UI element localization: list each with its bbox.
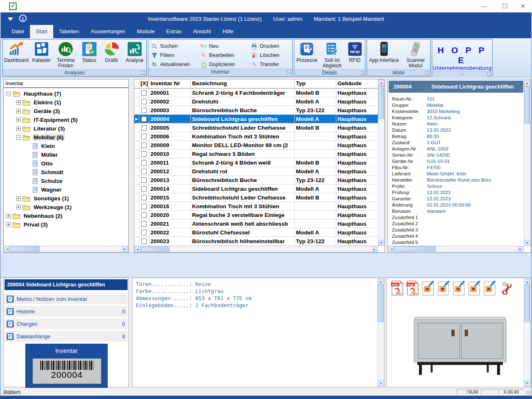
transfer-button[interactable]: ✎Transfer bbox=[251, 60, 292, 69]
scanner-modul-button[interactable]: Scanner Modul bbox=[403, 40, 429, 69]
table-row[interactable]: 200013Büroschreibtisch BucheTyp 23-122Ha… bbox=[134, 176, 378, 185]
analyse-button[interactable]: Analyse bbox=[123, 40, 146, 63]
scrollbar-thumb[interactable] bbox=[10, 246, 39, 251]
row-checkbox[interactable] bbox=[141, 230, 147, 235]
table-row[interactable]: 200016Kombination Tisch mit 3 StühlenHau… bbox=[134, 202, 378, 211]
resize-grip[interactable] bbox=[526, 390, 530, 394]
neu-button[interactable]: ✎+Neu bbox=[200, 42, 251, 50]
tree-horizontal-scrollbar[interactable]: ◄ ► bbox=[4, 246, 128, 252]
detail-horizontal-scrollbar[interactable]: ◄ ► bbox=[388, 246, 524, 252]
scroll-up-button[interactable]: ▲ bbox=[524, 279, 530, 285]
column-header-bez[interactable]: Bezeichnung bbox=[191, 79, 295, 88]
table-row[interactable]: 200020Regal buche 3 verstellbare Einlege… bbox=[134, 211, 378, 219]
scrollbar-thumb[interactable] bbox=[378, 285, 384, 322]
table-horizontal-scrollbar[interactable]: ◄ ► bbox=[134, 246, 378, 252]
group-expand-icon[interactable]: ↘ bbox=[425, 71, 429, 75]
section-row-memo-notizen-zum-inventar[interactable]: Memo / Notizen zum Inventar bbox=[5, 293, 128, 304]
tree-item-m-ller[interactable]: Müller bbox=[4, 150, 128, 159]
expand-icon[interactable]: + bbox=[6, 214, 11, 218]
scroll-down-button[interactable]: ▼ bbox=[378, 380, 384, 386]
column-header-typ[interactable]: Typ bbox=[295, 79, 336, 88]
row-checkbox[interactable] bbox=[141, 116, 147, 122]
scrollbar-thumb[interactable] bbox=[524, 285, 530, 322]
table-row[interactable]: 200022Bürostuhl ChefsesselModell AHaupth… bbox=[134, 228, 378, 237]
drucken-button[interactable]: Drucken bbox=[251, 42, 292, 50]
table-row[interactable]: 200015Schreibtischstuhl Leder ChefsesseM… bbox=[134, 193, 378, 202]
tree-item-literatur[interactable]: +Literatur (3) bbox=[4, 124, 128, 133]
menu-item-extras[interactable]: Extras bbox=[160, 25, 187, 38]
menu-item-hilfe[interactable]: Hilfe bbox=[217, 25, 239, 38]
menu-item-tabellen[interactable]: Tabellen bbox=[53, 25, 85, 38]
column-header-geb[interactable]: Gebäude bbox=[336, 79, 379, 88]
group-expand-icon[interactable]: ↘ bbox=[360, 71, 364, 75]
expand-icon[interactable]: + bbox=[16, 100, 21, 105]
row-checkbox[interactable] bbox=[141, 212, 147, 218]
table-row[interactable]: ▶200004Sideboard Lichtgrau geschliffenMo… bbox=[134, 115, 378, 123]
row-checkbox[interactable] bbox=[141, 99, 147, 104]
tree-item-elektro[interactable]: +Elektro (1) bbox=[4, 98, 128, 107]
section-row-dateianh-nge[interactable]: Dateianhänge8 bbox=[5, 331, 128, 342]
scrollbar-thumb[interactable] bbox=[378, 86, 384, 119]
table-row[interactable]: 200003Büroschreibtisch BucheTyp 23-122Ha… bbox=[134, 106, 378, 115]
table-row[interactable]: 200014Sideboard Lichtgrau geschliffenMod… bbox=[134, 185, 378, 193]
expand-icon[interactable]: + bbox=[16, 109, 21, 113]
image-file-edit-icon[interactable] bbox=[468, 281, 480, 296]
tree-item-it-equipment[interactable]: +IT-Equipment (5) bbox=[4, 116, 128, 124]
row-checkbox[interactable] bbox=[141, 169, 147, 174]
bearbeiten-button[interactable]: ✎Bearbeiten bbox=[200, 51, 251, 59]
scroll-left-button[interactable]: ◄ bbox=[135, 246, 140, 252]
scroll-right-button[interactable]: ► bbox=[372, 246, 377, 252]
table-row[interactable]: 200012Drehstuhl rotModell AHaupthaus bbox=[134, 167, 378, 176]
memo-text[interactable]: Türen............: Keine Farbe..........… bbox=[136, 281, 376, 309]
aktualisieren-button[interactable]: ↻Aktualisieren bbox=[151, 60, 200, 69]
table-row[interactable]: 200009Monitor DELL LED-Monitor 69 cm (2H… bbox=[134, 141, 378, 150]
dashboard-button[interactable]: Dashboard bbox=[3, 40, 29, 63]
group-expand-icon[interactable]: ↘ bbox=[141, 71, 145, 75]
tree-item-otto[interactable]: Otto bbox=[4, 159, 128, 168]
minimize-button[interactable]: — bbox=[478, 2, 490, 11]
scrollbar-thumb[interactable] bbox=[524, 86, 530, 123]
group-expand-icon[interactable]: ↘ bbox=[287, 70, 291, 74]
table-row[interactable]: 200010Regal schwarz 5 BödenHaupthaus bbox=[134, 150, 378, 158]
scroll-up-button[interactable]: ▲ bbox=[524, 80, 530, 86]
row-checkbox[interactable] bbox=[141, 108, 147, 113]
menu-item-ansicht[interactable]: Ansicht bbox=[187, 25, 217, 38]
tree-item-schmidt[interactable]: Schmidt bbox=[4, 168, 128, 177]
suchen-button[interactable]: Suchen bbox=[151, 42, 200, 50]
loeschen-button[interactable]: ✗Löschen bbox=[251, 51, 292, 59]
menu-item-datei[interactable]: Datei bbox=[6, 25, 30, 38]
memo-vertical-scrollbar[interactable]: ▲ ▼ bbox=[377, 278, 384, 387]
scroll-down-button[interactable]: ▼ bbox=[378, 240, 384, 246]
tree-item-sonstiges[interactable]: +Sonstiges (1) bbox=[4, 194, 128, 203]
section-row-chargen[interactable]: Chargen0 bbox=[5, 318, 128, 329]
row-checkbox[interactable] bbox=[141, 143, 147, 148]
row-checkbox[interactable] bbox=[141, 186, 147, 192]
scrollbar-thumb[interactable] bbox=[394, 246, 436, 251]
menu-item-start[interactable]: Start bbox=[30, 25, 53, 38]
tree-item-klein[interactable]: Klein bbox=[4, 142, 128, 150]
scrollbar-thumb[interactable] bbox=[140, 246, 170, 252]
tree-item-nebenhaus[interactable]: +Nebenhaus (2) bbox=[4, 212, 128, 220]
group-expand-icon[interactable]: ↘ bbox=[487, 73, 491, 76]
scroll-up-button[interactable]: ▲ bbox=[378, 279, 384, 285]
pdf-file-icon[interactable]: PDFAdobe bbox=[406, 281, 419, 296]
table-row[interactable]: 200005Schreibtischstuhl Leder ChefsesseM… bbox=[134, 123, 378, 132]
expand-icon[interactable]: + bbox=[16, 205, 21, 209]
menu-item-auswertungen[interactable]: Auswertungen bbox=[85, 25, 131, 38]
section-row-historie[interactable]: Historie0 bbox=[5, 306, 128, 317]
filtern-button[interactable]: Filtern bbox=[151, 51, 200, 59]
column-header-nr[interactable]: Inventar Nr bbox=[149, 79, 191, 88]
image-file-edit-icon[interactable] bbox=[453, 281, 465, 296]
row-checkbox[interactable] bbox=[141, 204, 147, 209]
duplizieren-button[interactable]: Duplizieren bbox=[200, 60, 251, 69]
scroll-left-button[interactable]: ◄ bbox=[389, 246, 394, 251]
rfid-button[interactable]: RFID RFID bbox=[346, 40, 364, 63]
image-file-edit-icon[interactable] bbox=[422, 281, 434, 296]
tree-item-privat[interactable]: +Privat (3) bbox=[4, 220, 128, 229]
collapse-icon[interactable]: − bbox=[16, 135, 21, 140]
scroll-down-button[interactable]: ▼ bbox=[524, 380, 530, 386]
app-interface-button[interactable]: App-Interface bbox=[369, 40, 399, 63]
pdf-file-icon[interactable]: PDFAdobe bbox=[391, 281, 404, 296]
expand-icon[interactable]: + bbox=[16, 196, 21, 201]
scroll-up-button[interactable]: ▲ bbox=[378, 80, 384, 86]
